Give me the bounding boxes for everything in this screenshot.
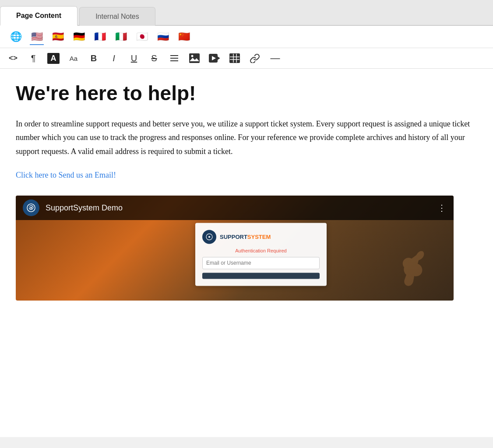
lang-en[interactable]: 🇺🇸 xyxy=(30,32,44,42)
svg-marker-7 xyxy=(217,56,220,60)
overlay-logo: SUPPORTSYSTEM xyxy=(202,230,320,244)
overlay-username-input[interactable] xyxy=(202,257,320,270)
tabs-bar: Page Content Internal Notes xyxy=(0,0,493,26)
toolbar-bold[interactable]: B xyxy=(88,53,100,63)
lang-it[interactable]: 🇮🇹 xyxy=(114,32,128,42)
svg-point-5 xyxy=(191,55,194,57)
tab-internal-notes[interactable]: Internal Notes xyxy=(79,7,155,26)
video-title: SupportSystem Demo xyxy=(46,203,123,213)
editor-toolbar: <> ¶ A Aa B I U S xyxy=(0,48,493,69)
toolbar-hr[interactable]: — xyxy=(269,52,281,64)
svg-point-15 xyxy=(208,236,210,238)
video-header-bar: SupportSystem Demo ⋮ xyxy=(16,196,454,220)
language-bar: 🌐 🇺🇸 🇪🇸 🇩🇪 🇫🇷 🇮🇹 🇯🇵 🇷🇺 🇨🇳 xyxy=(0,26,493,48)
toolbar-video[interactable] xyxy=(208,54,221,63)
toolbar-strikethrough[interactable]: S xyxy=(148,53,160,63)
toolbar-table[interactable] xyxy=(229,53,241,63)
toolbar-code[interactable]: <> xyxy=(7,54,19,63)
toolbar-italic[interactable]: I xyxy=(108,53,120,63)
toolbar-list[interactable] xyxy=(168,54,180,62)
toolbar-font-size[interactable]: Aa xyxy=(67,55,80,62)
kangaroo-icon xyxy=(392,246,427,292)
video-embed: SupportSystem Demo ⋮ SUPPORTSYSTEM xyxy=(16,196,454,301)
toolbar-font-color[interactable]: A xyxy=(47,53,60,64)
video-options-button[interactable]: ⋮ xyxy=(437,203,447,213)
svg-rect-9 xyxy=(230,54,239,63)
lang-global[interactable]: 🌐 xyxy=(9,32,23,42)
toolbar-image[interactable] xyxy=(188,53,201,63)
toolbar-underline[interactable]: U xyxy=(128,53,140,63)
lang-es[interactable]: 🇪🇸 xyxy=(51,32,65,42)
overlay-auth-label: Authentication Required xyxy=(202,248,320,254)
overlay-logo-icon xyxy=(202,230,216,244)
editor-content[interactable]: We're here to help! In order to streamli… xyxy=(0,69,493,314)
content-paragraph: In order to streamline support requests … xyxy=(16,117,477,159)
content-heading: We're here to help! xyxy=(16,82,477,105)
toolbar-link[interactable] xyxy=(249,53,261,63)
video-overlay-panel: SUPPORTSYSTEM Authentication Required xyxy=(195,223,327,286)
lang-ru[interactable]: 🇷🇺 xyxy=(156,32,170,42)
channel-icon xyxy=(23,200,39,216)
overlay-submit-button[interactable] xyxy=(202,273,320,279)
overlay-logo-text: SUPPORTSYSTEM xyxy=(220,234,271,240)
lang-zh[interactable]: 🇨🇳 xyxy=(177,32,191,42)
lang-de[interactable]: 🇩🇪 xyxy=(72,32,86,42)
lang-ja[interactable]: 🇯🇵 xyxy=(135,32,149,42)
tab-page-content[interactable]: Page Content xyxy=(0,6,77,26)
svg-point-14 xyxy=(30,207,32,209)
email-link[interactable]: Click here to Send us an Email! xyxy=(16,171,116,180)
content-area: 🌐 🇺🇸 🇪🇸 🇩🇪 🇫🇷 🇮🇹 🇯🇵 🇷🇺 🇨🇳 <> ¶ A xyxy=(0,26,493,437)
toolbar-paragraph[interactable]: ¶ xyxy=(27,53,39,63)
lang-fr[interactable]: 🇫🇷 xyxy=(93,32,107,42)
